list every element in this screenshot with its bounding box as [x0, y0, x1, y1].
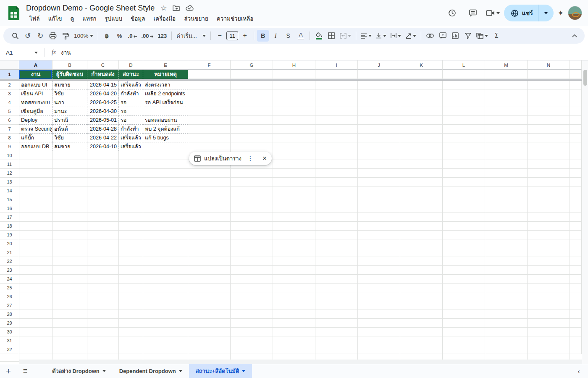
cell-J3[interactable] [358, 89, 400, 98]
cell-L23[interactable] [443, 266, 485, 275]
cell-A1[interactable]: งาน [19, 70, 52, 79]
row-header-28[interactable]: 28 [0, 310, 19, 319]
cell-G20[interactable] [231, 239, 273, 248]
row-header-11[interactable]: 11 [0, 160, 19, 169]
cell-partial-12[interactable] [570, 169, 582, 178]
cell-H21[interactable] [273, 248, 315, 257]
cell-D10[interactable] [119, 151, 143, 160]
cell-H31[interactable] [273, 336, 315, 345]
column-header-A[interactable]: A [19, 60, 52, 70]
cell-A5[interactable]: เขียนคู่มือ [19, 107, 52, 116]
sheet-tab-2-caret-icon[interactable] [179, 370, 182, 372]
column-header-D[interactable]: D [119, 60, 143, 70]
cell-I13[interactable] [315, 178, 358, 186]
cell-H10[interactable] [273, 151, 315, 160]
cell-N10[interactable] [528, 151, 570, 160]
cell-C28[interactable] [87, 310, 119, 319]
cell-M22[interactable] [485, 257, 528, 266]
print-button[interactable] [47, 30, 59, 42]
row-header-29[interactable]: 29 [0, 319, 19, 328]
cell-E22[interactable] [143, 257, 188, 266]
cell-I7[interactable] [315, 125, 358, 134]
cell-F27[interactable] [188, 301, 231, 310]
cell-A7[interactable]: ตรวจ Security [19, 125, 52, 134]
cell-N20[interactable] [528, 239, 570, 248]
cell-C1[interactable]: กำหนดส่ง [87, 70, 119, 79]
hide-toolbar-button[interactable] [569, 30, 580, 42]
cell-B5[interactable]: มานะ [52, 107, 87, 116]
cell-M20[interactable] [485, 239, 528, 248]
cell-A4[interactable]: ทดสอบระบบ [19, 98, 52, 107]
font-size-input[interactable]: 11 [226, 31, 238, 40]
cell-N25[interactable] [528, 284, 570, 292]
cell-G14[interactable] [231, 186, 273, 195]
cell-D24[interactable] [119, 275, 143, 284]
cell-L1[interactable] [443, 70, 485, 79]
cell-D5[interactable]: รอ [119, 107, 143, 116]
cell-M11[interactable] [485, 160, 528, 169]
cell-E4[interactable]: รอ API เสร็จก่อน [143, 98, 188, 107]
cell-B21[interactable] [52, 248, 87, 257]
cell-D26[interactable] [119, 292, 143, 301]
cell-N30[interactable] [528, 328, 570, 336]
row-header-12[interactable]: 12 [0, 169, 19, 178]
cell-B11[interactable] [52, 160, 87, 169]
cell-B7[interactable]: อนันต์ [52, 125, 87, 134]
cell-G15[interactable] [231, 195, 273, 204]
cell-B13[interactable] [52, 178, 87, 186]
select-all-corner[interactable] [0, 60, 19, 70]
cell-A18[interactable] [19, 222, 52, 231]
search-icon[interactable] [9, 30, 21, 42]
tab-scroll-left-icon[interactable]: ‹ [570, 364, 588, 378]
cell-A28[interactable] [19, 310, 52, 319]
cell-J19[interactable] [358, 231, 400, 239]
cell-N11[interactable] [528, 160, 570, 169]
text-color-button[interactable]: A [295, 30, 307, 42]
cell-G32[interactable] [231, 345, 273, 354]
cell-M2[interactable] [485, 81, 528, 89]
cell-partial-3[interactable] [570, 89, 582, 98]
cell-E16[interactable] [143, 204, 188, 213]
cell-D16[interactable] [119, 204, 143, 213]
cell-G28[interactable] [231, 310, 273, 319]
cell-N8[interactable] [528, 134, 570, 142]
cell-E2[interactable]: ส่งตรงเวลา [143, 81, 188, 89]
cell-A26[interactable] [19, 292, 52, 301]
cell-E6[interactable]: รอทดสอบผ่าน [143, 116, 188, 125]
cell-partial-6[interactable] [570, 116, 582, 125]
cell-partial-22[interactable] [570, 257, 582, 266]
cell-C29[interactable] [87, 319, 119, 328]
row-header-24[interactable]: 24 [0, 275, 19, 284]
cell-L14[interactable] [443, 186, 485, 195]
cell-F4[interactable] [188, 98, 231, 107]
cell-C22[interactable] [87, 257, 119, 266]
cell-A22[interactable] [19, 257, 52, 266]
cell-J25[interactable] [358, 284, 400, 292]
cell-M30[interactable] [485, 328, 528, 336]
redo-button[interactable]: ↻ [34, 30, 46, 42]
cell-J24[interactable] [358, 275, 400, 284]
cell-N3[interactable] [528, 89, 570, 98]
cell-C16[interactable] [87, 204, 119, 213]
cell-H3[interactable] [273, 89, 315, 98]
column-header-K[interactable]: K [400, 60, 443, 70]
cell-D15[interactable] [119, 195, 143, 204]
zoom-select[interactable]: 100% [72, 30, 95, 42]
cell-A16[interactable] [19, 204, 52, 213]
cell-J1[interactable] [358, 70, 400, 79]
cell-I27[interactable] [315, 301, 358, 310]
cell-J11[interactable] [358, 160, 400, 169]
cell-partial-24[interactable] [570, 275, 582, 284]
cell-G22[interactable] [231, 257, 273, 266]
cell-C18[interactable] [87, 222, 119, 231]
cell-L9[interactable] [443, 142, 485, 151]
cell-partial-28[interactable] [570, 310, 582, 319]
cell-G26[interactable] [231, 292, 273, 301]
cell-G3[interactable] [231, 89, 273, 98]
cell-D11[interactable] [119, 160, 143, 169]
create-filter-button[interactable] [462, 30, 474, 42]
column-header-H[interactable]: H [273, 60, 315, 70]
bold-button[interactable]: B [257, 30, 269, 42]
cell-J10[interactable] [358, 151, 400, 160]
cell-A20[interactable] [19, 239, 52, 248]
